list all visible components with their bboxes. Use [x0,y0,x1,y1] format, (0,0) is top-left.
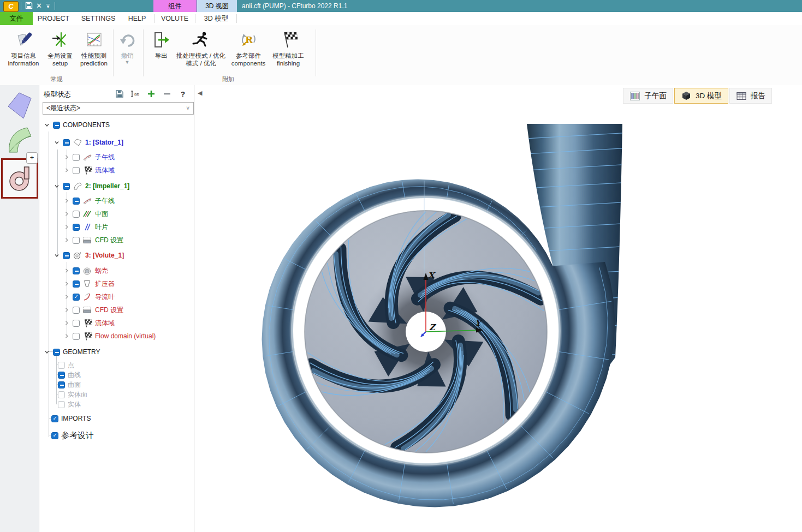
chevron-right-icon[interactable] [63,224,70,230]
add-component-button[interactable]: + [26,152,38,164]
context-tab-group-components[interactable]: 组件 [153,0,197,12]
chevron-right-icon[interactable] [63,167,70,174]
undo-button[interactable]: 撤销 ▼ [115,28,140,76]
tree-item[interactable]: 扩压器 [39,278,193,290]
visibility-checkbox[interactable] [73,167,80,174]
chevron-right-icon[interactable] [63,280,70,287]
tree-item[interactable]: IMPORTS [39,413,193,425]
remove-state-icon[interactable] [162,89,173,99]
reference-components-button[interactable]: R 参考部件 components [229,28,268,76]
visibility-checkbox[interactable] [58,381,65,388]
visibility-checkbox[interactable] [73,154,80,161]
view-tab-report[interactable]: 报告 [729,88,772,104]
tree-item[interactable]: 流体域 [39,317,193,329]
undo-dropdown-caret[interactable]: ▼ [115,59,140,65]
chevron-right-icon[interactable] [63,320,70,326]
visibility-checkbox[interactable] [51,415,58,422]
tree-item[interactable]: GEOMETRY [39,346,193,358]
3d-canvas[interactable]: XYZ [194,85,802,532]
sidebar-item-volute-selected[interactable] [1,158,38,199]
visibility-checkbox[interactable] [73,224,80,231]
chevron-down-icon[interactable] [54,183,60,189]
project-information-button[interactable]: 项目信息 information [4,28,43,76]
visibility-checkbox[interactable] [58,362,65,369]
chevron-right-icon[interactable] [63,333,70,339]
export-button[interactable]: 导出 [148,28,174,76]
chevron-down-icon[interactable] [54,139,60,146]
view-tab-cube[interactable]: 3D 模型 [674,88,728,104]
tab-help[interactable]: HELP [123,12,151,25]
visibility-checkbox[interactable] [51,432,58,439]
performance-prediction-button[interactable]: 性能预测 prediction [76,28,111,76]
save-state-icon[interactable] [114,89,125,99]
visibility-checkbox[interactable] [58,372,65,379]
sidebar-item-impeller[interactable] [4,125,35,156]
global-setup-button[interactable]: 全局设置 setup [44,28,76,76]
tree-item[interactable]: 实体 [39,398,193,410]
visibility-checkbox[interactable] [63,252,70,259]
tree-item[interactable]: 3: [Volute_1] [39,249,193,261]
tree-item[interactable]: COMPONENTS [39,119,193,131]
visibility-checkbox[interactable] [73,198,80,205]
chevron-right-icon[interactable] [63,307,70,313]
chevron-down-icon[interactable] [54,252,60,259]
visibility-checkbox[interactable] [73,320,80,327]
tab-volute[interactable]: VOLUTE [155,12,194,25]
cfturbo-logo-icon[interactable]: C [3,1,19,12]
chevron-right-icon[interactable] [63,154,70,160]
context-tab-group-3dview[interactable]: 3D 视图 [197,0,237,12]
collapse-panel-arrow[interactable]: ◀ [198,89,202,97]
state-dropdown[interactable]: <最近状态> ˅ [43,102,194,115]
visibility-checkbox[interactable] [73,211,80,218]
tree-item[interactable]: 蜗壳 [39,265,193,277]
batch-mode-button[interactable]: 批处理模式 / 优化 模式 / 优化 [174,28,228,76]
cube-icon [681,91,692,101]
tree-item[interactable]: Flow domain (virtual) [39,330,193,342]
tree-item[interactable]: CFD 设置 [39,234,193,246]
chevron-right-icon[interactable] [63,267,70,274]
add-state-icon[interactable] [146,89,157,99]
tree-item[interactable]: 子午线 [39,195,193,207]
visibility-checkbox[interactable] [73,237,80,244]
tree-item[interactable]: 叶片 [39,221,193,233]
chevron-right-icon[interactable] [63,294,70,300]
visibility-checkbox[interactable] [53,349,60,356]
tab-file[interactable]: 文件 [0,12,33,25]
chevron-down-icon[interactable] [44,349,50,355]
tab-settings[interactable]: SETTINGS [78,12,119,25]
quick-access-dropdown-icon[interactable]: ▼ [46,2,50,10]
tree-item[interactable]: 流体域 [39,164,193,176]
chevron-right-icon[interactable] [63,211,70,217]
visibility-checkbox[interactable] [73,333,80,340]
sidebar-item-stator[interactable] [4,91,35,121]
tree-item[interactable]: 1: [Stator_1] [39,136,193,148]
rename-state-icon[interactable]: ab [130,89,141,99]
tab-project[interactable]: PROJECT [34,12,73,25]
visibility-checkbox[interactable] [73,294,80,301]
tree-item[interactable]: 2: [Impeller_1] [39,180,193,192]
visibility-checkbox[interactable] [53,122,60,129]
close-icon[interactable]: ✕ [36,2,42,10]
tree-item[interactable]: 参考设计 [39,429,193,441]
chevron-right-icon[interactable] [63,237,70,243]
visibility-checkbox[interactable] [58,391,65,398]
tree-item[interactable]: 中面 [39,208,193,220]
visibility-checkbox[interactable] [63,139,70,146]
chevron-down-icon[interactable] [44,122,50,128]
visibility-checkbox[interactable] [73,307,80,314]
visibility-checkbox[interactable] [58,401,65,408]
ribbon-group-label: 附加 [143,75,313,84]
tree-item[interactable]: 导流叶 [39,291,193,303]
tab-3d-模型[interactable]: 3D 模型 [195,12,237,25]
help-icon[interactable]: ? [177,89,188,99]
model-finishing-button[interactable]: 模型精加工 finishing [268,28,309,76]
visibility-checkbox[interactable] [73,267,80,274]
tree-item[interactable]: CFD 设置 [39,304,193,316]
cfd-setup-icon [82,306,92,314]
chevron-right-icon[interactable] [63,198,70,204]
visibility-checkbox[interactable] [73,280,80,288]
save-icon[interactable] [25,2,33,11]
visibility-checkbox[interactable] [63,183,70,190]
view-tab-meridian-view[interactable]: 子午面 [623,88,673,104]
tree-item[interactable]: 子午线 [39,151,193,163]
